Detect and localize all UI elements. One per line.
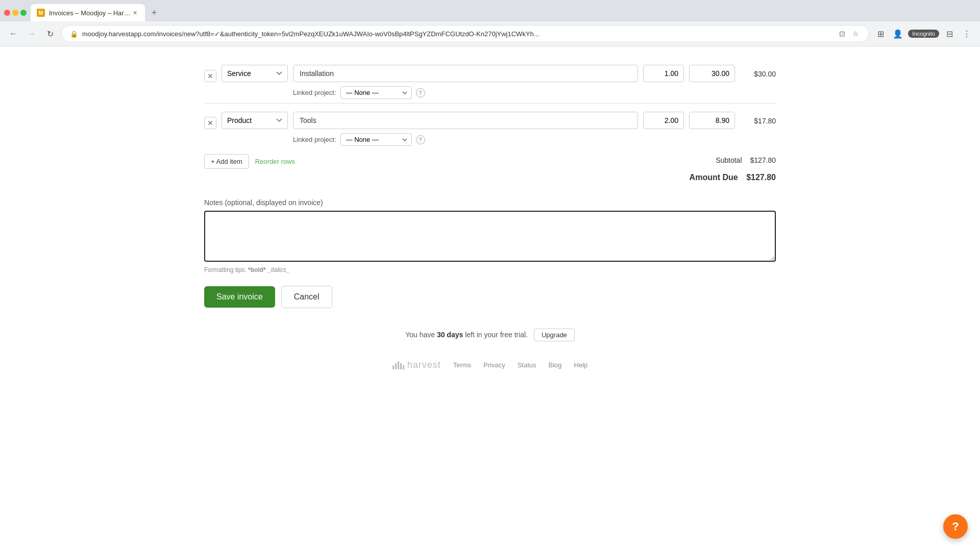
item-1-project-select-wrapper[interactable]: — None — bbox=[340, 86, 412, 99]
new-tab-button[interactable]: + bbox=[147, 6, 161, 20]
profile-button[interactable]: 👤 bbox=[891, 27, 905, 41]
harvest-bars-icon bbox=[393, 361, 404, 369]
amount-due-label: Amount Due bbox=[690, 173, 738, 182]
remove-item-1-button[interactable]: ✕ bbox=[204, 70, 216, 82]
linked-project-label-2: Linked project: bbox=[293, 136, 336, 143]
browser-toolbar: ⊞ 👤 Incognito ⊟ ⋮ bbox=[873, 27, 974, 41]
item-2-type-select[interactable]: Service Product Hours Expense bbox=[222, 112, 288, 129]
item-1-help-icon[interactable]: ? bbox=[416, 88, 425, 97]
refresh-button[interactable]: ↻ bbox=[43, 27, 57, 41]
item-2-help-icon[interactable]: ? bbox=[416, 135, 425, 144]
totals-section: Subtotal $127.80 bbox=[716, 156, 776, 167]
line-item-2: ✕ Service Product Hours Expense Linked p… bbox=[204, 103, 776, 146]
item-1-type-select[interactable]: Service Product Hours Expense bbox=[222, 65, 288, 82]
harvest-logo-text: harvest bbox=[407, 360, 441, 370]
upgrade-button[interactable]: Upgrade bbox=[534, 329, 575, 341]
formatting-italic-example: _italics_ bbox=[267, 266, 289, 273]
notes-section: Notes (optional, displayed on invoice) F… bbox=[204, 198, 776, 273]
footer-blog-link[interactable]: Blog bbox=[549, 361, 562, 369]
item-1-type-dropdown[interactable]: Service Product Hours Expense bbox=[222, 65, 288, 82]
save-invoice-button[interactable]: Save invoice bbox=[204, 286, 275, 308]
form-buttons: Save invoice Cancel bbox=[204, 286, 776, 308]
item-2-type-dropdown[interactable]: Service Product Hours Expense bbox=[222, 112, 288, 129]
browser-tab-bar: M Invoices – Moodjoy – Harvest ✕ + bbox=[0, 0, 980, 21]
linked-project-label-1: Linked project: bbox=[293, 89, 336, 96]
item-1-project-dropdown[interactable]: — None — bbox=[340, 86, 412, 99]
item-2-details: Linked project: — None — ? bbox=[293, 112, 638, 146]
item-2-total: $17.80 bbox=[740, 112, 776, 125]
add-item-button[interactable]: + Add item bbox=[204, 154, 249, 169]
actions-row: + Add item Reorder rows Subtotal $127.80 bbox=[204, 154, 776, 169]
subtotal-row: Subtotal $127.80 bbox=[716, 156, 776, 164]
close-window-btn[interactable] bbox=[4, 10, 10, 16]
url-display: moodjoy.harvestapp.com/invoices/new?utf8… bbox=[82, 30, 833, 38]
formatting-tips-label: Formatting tips: bbox=[204, 266, 247, 273]
footer: harvest Terms Privacy Status Blog Help bbox=[204, 352, 776, 379]
item-2-project-select-wrapper[interactable]: — None — bbox=[340, 133, 412, 146]
menu-button[interactable]: ⋮ bbox=[960, 27, 974, 41]
minimize-window-btn[interactable] bbox=[12, 10, 18, 16]
close-tab-btn[interactable]: ✕ bbox=[131, 9, 139, 17]
notes-textarea[interactable] bbox=[204, 211, 776, 262]
harvest-logo: harvest bbox=[393, 360, 441, 370]
trial-days: 30 days bbox=[437, 331, 463, 339]
subtotal-label: Subtotal bbox=[716, 156, 742, 164]
address-bar: ← → ↻ 🔒 moodjoy.harvestapp.com/invoices/… bbox=[0, 21, 980, 46]
footer-privacy-link[interactable]: Privacy bbox=[483, 361, 505, 369]
item-1-linked-project: Linked project: — None — ? bbox=[293, 86, 638, 99]
item-2-linked-project: Linked project: — None — ? bbox=[293, 133, 638, 146]
footer-terms-link[interactable]: Terms bbox=[453, 361, 471, 369]
page-content: ✕ Service Product Hours Expense Linked p… bbox=[184, 46, 796, 409]
bookmark-icon[interactable]: ☆ bbox=[850, 29, 861, 39]
item-1-price-input[interactable] bbox=[689, 65, 735, 82]
item-2-quantity-input[interactable] bbox=[643, 112, 684, 129]
trial-prefix: You have bbox=[405, 331, 435, 339]
remove-item-2-button[interactable]: ✕ bbox=[204, 117, 216, 129]
screenshot-icon[interactable]: ⊡ bbox=[837, 29, 847, 39]
subtotal-value: $127.80 bbox=[750, 156, 776, 164]
active-tab[interactable]: M Invoices – Moodjoy – Harvest ✕ bbox=[31, 4, 145, 21]
amount-due-value: $127.80 bbox=[746, 173, 776, 182]
line-item-1: ✕ Service Product Hours Expense Linked p… bbox=[204, 57, 776, 99]
footer-help-link[interactable]: Help bbox=[574, 361, 588, 369]
actions-left: + Add item Reorder rows bbox=[204, 154, 295, 169]
tab-title: Invoices – Moodjoy – Harvest bbox=[49, 9, 131, 17]
footer-status-link[interactable]: Status bbox=[518, 361, 536, 369]
item-2-description-input[interactable] bbox=[293, 112, 638, 129]
trial-suffix: left in your free trial. bbox=[465, 331, 528, 339]
notes-label: Notes (optional, displayed on invoice) bbox=[204, 198, 776, 207]
reorder-rows-link[interactable]: Reorder rows bbox=[255, 158, 295, 165]
browser-chrome: M Invoices – Moodjoy – Harvest ✕ + ← → ↻… bbox=[0, 0, 980, 46]
formatting-bold-example: *bold* bbox=[248, 266, 266, 273]
item-2-project-dropdown[interactable]: — None — bbox=[340, 133, 412, 146]
amount-due-row: Amount Due $127.80 bbox=[204, 173, 776, 182]
item-1-total: $30.00 bbox=[740, 65, 776, 78]
item-1-description-input[interactable] bbox=[293, 65, 638, 82]
back-button[interactable]: ← bbox=[6, 27, 20, 41]
extensions-button[interactable]: ⊞ bbox=[873, 27, 888, 41]
forward-button[interactable]: → bbox=[24, 27, 39, 41]
cancel-button[interactable]: Cancel bbox=[281, 286, 332, 308]
tab-favicon: M bbox=[37, 9, 45, 17]
item-1-quantity-input[interactable] bbox=[643, 65, 684, 82]
address-input-field[interactable]: 🔒 moodjoy.harvestapp.com/invoices/new?ut… bbox=[61, 25, 869, 42]
item-1-details: Linked project: — None — ? bbox=[293, 65, 638, 99]
incognito-badge: Incognito bbox=[908, 30, 939, 38]
item-2-price-input[interactable] bbox=[689, 112, 735, 129]
amount-due-section: Amount Due $127.80 bbox=[204, 173, 776, 182]
window-controls bbox=[4, 10, 27, 16]
formatting-tips: Formatting tips: *bold* _italics_ bbox=[204, 266, 776, 273]
maximize-window-btn[interactable] bbox=[20, 10, 27, 16]
bookmarks-button[interactable]: ⊟ bbox=[942, 27, 957, 41]
trial-banner: You have 30 days left in your free trial… bbox=[204, 329, 776, 341]
